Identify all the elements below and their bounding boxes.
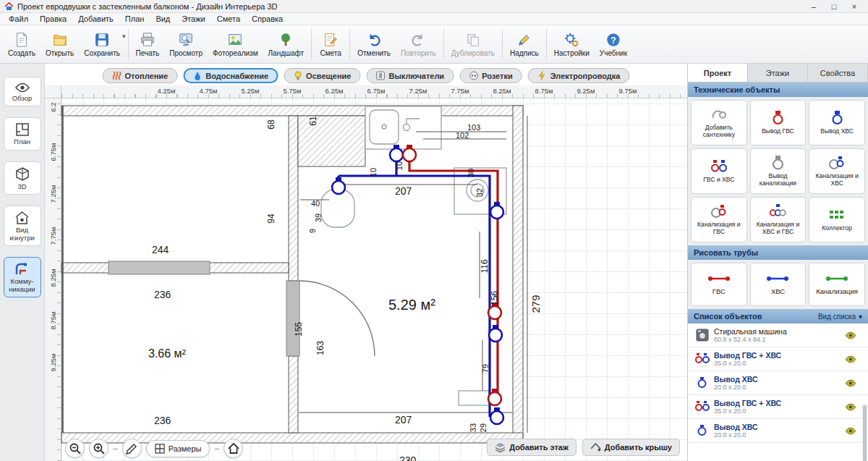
cold-outlet-icon: [828, 110, 846, 126]
tab-floors[interactable]: Этажи: [748, 64, 808, 82]
toolbar-separator: [502, 29, 503, 59]
sizes-grid-icon: [155, 444, 165, 454]
list-scrollbar[interactable]: [862, 404, 867, 460]
list-item[interactable]: Вывод ХВС 20.0 x 20.0: [688, 419, 868, 443]
print-button[interactable]: Печать: [131, 30, 165, 59]
zoom-out-icon: [69, 443, 81, 454]
maximize-button[interactable]: □: [825, 1, 843, 12]
sidebar-item-overview[interactable]: Обзор: [4, 77, 41, 106]
collector-button[interactable]: Коллектор: [809, 197, 865, 242]
tab-switches[interactable]: Выключатели: [366, 68, 454, 83]
tab-properties[interactable]: Свойства: [808, 64, 868, 82]
sidebar-item-plan[interactable]: План: [4, 117, 41, 150]
hot-cold-outlet-icon: [710, 158, 728, 174]
duplicate-button[interactable]: Дублировать: [446, 30, 500, 59]
section-header-technical-objects: Технические объекты: [688, 83, 868, 97]
menu-view[interactable]: Вид: [150, 14, 176, 24]
tutorial-button[interactable]: ? Учебник: [595, 30, 632, 59]
annotation-button[interactable]: Надпись: [505, 30, 544, 59]
ruler-label: 7.75м: [49, 227, 57, 245]
home-view-button[interactable]: [224, 439, 243, 458]
scrollbar-thumb[interactable]: [863, 405, 867, 461]
visibility-eye-icon[interactable]: [845, 403, 856, 411]
close-button[interactable]: ×: [845, 1, 864, 12]
zoom-in-button[interactable]: [89, 439, 109, 458]
new-button[interactable]: Создать: [3, 30, 41, 59]
draw-cold-pipe-button[interactable]: ХВС: [750, 263, 807, 306]
water-drop-icon: [192, 71, 202, 80]
zoom-in-icon: [93, 443, 105, 454]
hot-water-outlet-button[interactable]: Вывод ГВС: [750, 100, 807, 145]
menu-file[interactable]: Файл: [3, 14, 34, 24]
list-item[interactable]: Вывод ГВС + ХВС 35.0 x 20.0: [688, 347, 868, 371]
add-floor-button[interactable]: Добавить этаж: [487, 439, 576, 456]
settings-button[interactable]: Настройки: [549, 30, 595, 59]
hot-and-cold-outlet-button[interactable]: ГВС и ХВС: [691, 148, 747, 194]
sewer-cold-hot-button[interactable]: Канализация и ХВС и ГВС: [750, 197, 807, 242]
ruler-label: 7.25м: [49, 185, 57, 203]
plan-canvas[interactable]: 4.25м 4.75м 5.25м 5.75м 6.25м 6.75м 7.25…: [45, 64, 687, 461]
tab-water-supply[interactable]: Водоснабжение: [183, 68, 278, 83]
separator-dash: –: [214, 444, 219, 454]
undo-button[interactable]: Отменить: [352, 30, 396, 59]
list-item[interactable]: Вывод ХВС 20.0 x 20.0: [688, 371, 868, 395]
list-item[interactable]: Стиральная машина 60.8 x 52.4 x 84.1: [688, 323, 868, 347]
sewer-and-hot-button[interactable]: Канализация и ГВС: [691, 197, 747, 242]
ruler-label: 8.75м: [49, 311, 57, 329]
object-size: 60.8 x 52.4 x 84.1: [714, 336, 841, 343]
cold-outlet-icon: [695, 424, 710, 437]
open-button[interactable]: Открыть: [41, 30, 79, 59]
annotation-pencil-icon: [516, 32, 532, 48]
ruler-label: 6.75м: [49, 143, 57, 161]
tab-sockets[interactable]: Розетки: [459, 68, 522, 83]
save-dropdown-caret[interactable]: ▾: [122, 33, 126, 40]
add-roof-button[interactable]: Добавить крышу: [582, 439, 680, 456]
draw-hot-pipe-button[interactable]: ГВС: [691, 263, 747, 306]
sidebar-item-communications[interactable]: Комму-никации: [4, 257, 41, 297]
preview-button[interactable]: Просмотр: [164, 30, 208, 59]
photorealism-button[interactable]: Фотореализм: [208, 30, 263, 59]
zoom-out-button[interactable]: [65, 439, 85, 458]
visibility-eye-icon[interactable]: [845, 427, 856, 435]
tab-heating[interactable]: Отопление: [103, 68, 178, 83]
minimize-button[interactable]: –: [804, 1, 823, 12]
ruler-label: 4.75м: [199, 87, 217, 95]
landscape-button[interactable]: Ландшафт: [263, 30, 310, 59]
object-name: Стиральная машина: [714, 327, 841, 336]
visibility-eye-icon[interactable]: [845, 331, 856, 339]
ruler-label: 9.25м: [49, 353, 57, 371]
add-plumbing-button[interactable]: Добавить сантехнику: [691, 100, 747, 145]
list-item[interactable]: Вывод ГВС + ХВС 35.0 x 20.0: [688, 395, 868, 419]
sidebar-item-3d[interactable]: 3D: [4, 161, 41, 195]
visibility-eye-icon[interactable]: [845, 379, 856, 387]
ruler-label: 6.75м: [367, 87, 385, 95]
save-floppy-icon: [94, 32, 110, 48]
save-button[interactable]: Сохранить: [79, 30, 125, 59]
section-header-draw-pipes: Рисовать трубы: [688, 245, 868, 260]
titlebar: Проект евродвушки с застекленным балконо…: [0, 0, 868, 13]
visibility-eye-icon[interactable]: [845, 355, 856, 363]
measure-tool-button[interactable]: [122, 439, 142, 458]
tab-project[interactable]: Проект: [688, 64, 748, 82]
redo-button[interactable]: Повторить: [396, 30, 441, 59]
menu-estimate[interactable]: Смета: [211, 14, 246, 24]
list-view-dropdown[interactable]: Вид списка ▾: [818, 313, 862, 321]
menu-floors[interactable]: Этажи: [176, 14, 210, 24]
tab-wiring[interactable]: Электропроводка: [528, 68, 630, 83]
menu-edit[interactable]: Правка: [34, 14, 72, 24]
tab-lighting[interactable]: Освещение: [284, 68, 360, 83]
sewer-outlet-button[interactable]: Вывод канализации: [750, 148, 807, 194]
sizes-toggle-button[interactable]: Размеры: [146, 440, 210, 457]
svg-text:?: ?: [610, 35, 616, 45]
menu-add[interactable]: Добавить: [72, 14, 119, 24]
menu-plan[interactable]: План: [119, 14, 150, 24]
cold-water-outlet-button[interactable]: Вывод ХВС: [809, 100, 865, 145]
estimate-button[interactable]: Смета: [314, 30, 347, 59]
sewer-and-cold-button[interactable]: Канализация и ХВС: [809, 148, 865, 194]
socket-icon: [469, 71, 478, 80]
switch-icon: [375, 71, 385, 80]
sewer-hot-icon: [710, 203, 728, 219]
sidebar-item-inside-view[interactable]: Вид изнутри: [4, 206, 41, 246]
draw-sewer-pipe-button[interactable]: Канализация: [809, 263, 865, 306]
menu-help[interactable]: Справка: [246, 14, 289, 24]
